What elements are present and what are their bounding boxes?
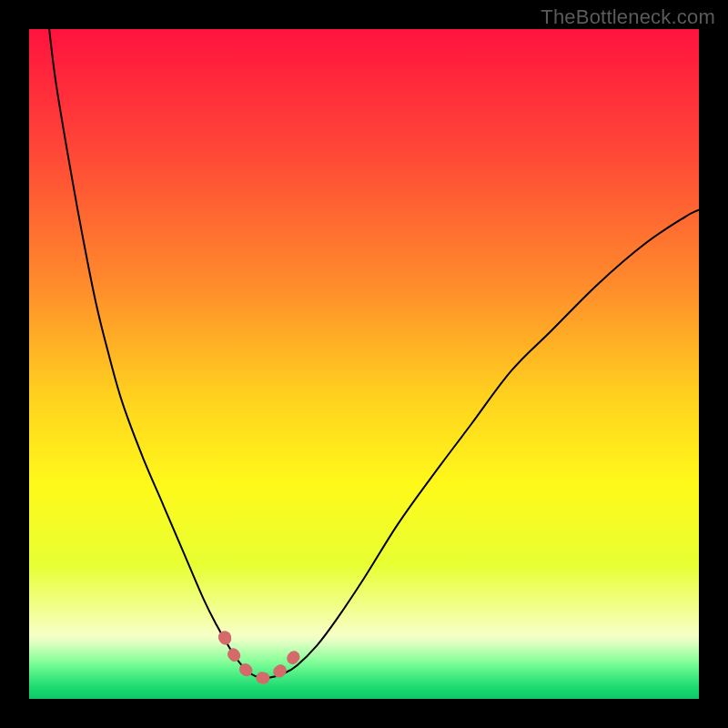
bottleneck-chart	[29, 29, 699, 699]
watermark-text: TheBottleneck.com	[541, 5, 715, 29]
gradient-background	[29, 29, 699, 699]
plot-area	[29, 29, 699, 699]
highlight-dot	[218, 631, 231, 643]
app-frame: TheBottleneck.com	[0, 0, 728, 728]
